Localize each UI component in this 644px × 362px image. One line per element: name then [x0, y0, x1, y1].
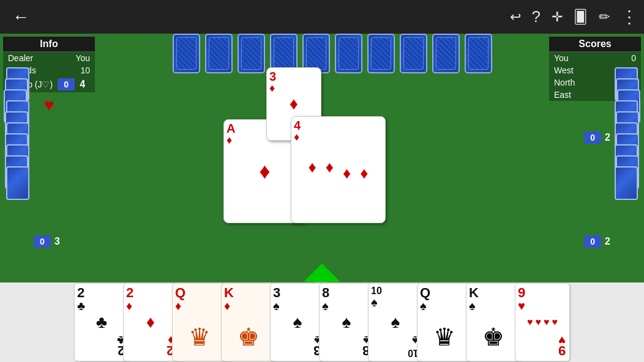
north-card-9: [432, 34, 460, 73]
notes-icon[interactable]: ✏: [599, 9, 610, 25]
hand-card-qd[interactable]: Q ♦ ♛: [172, 283, 227, 361]
cards-value: 10: [80, 65, 90, 75]
info-header: Info: [3, 37, 95, 52]
score-east-label: East: [554, 90, 571, 100]
trump-score-a: 0: [58, 78, 75, 90]
hand-card-8s-suit: ♠: [322, 300, 371, 312]
hand-card-ks-face: ♚: [469, 315, 518, 358]
north-card-10: [465, 34, 492, 73]
card-4d-suit: ♦: [294, 131, 383, 142]
hand-card-qd-suit: ♦: [175, 300, 224, 312]
score-you: You 0: [549, 52, 641, 64]
hand-card-2d-suit: ♦: [126, 300, 175, 312]
hand-card-3s-center: ♠: [293, 312, 302, 332]
west-hand: [3, 67, 34, 232]
trick-area: 3 ♦ ♦ A ♦ ♦ 4 ♦ ♦ ♦ ♦ ♦: [178, 67, 422, 257]
hand-card-3s-value: 3: [273, 286, 322, 300]
east-trick-box: 0: [584, 235, 601, 248]
hand-card-qd-face: ♛: [175, 315, 224, 358]
score-west-label: West: [554, 65, 574, 75]
north-trick-counter: 0 2: [584, 131, 610, 144]
hand-card-2d[interactable]: 2 ♦ ♦ 2 ♦: [123, 283, 178, 361]
hand-card-9h[interactable]: 9 ♥ ♥ ♥ ♥ ♥ 9 ♥: [515, 283, 570, 361]
hand-card-9h-suit: ♥: [518, 300, 567, 312]
hand-card-10s-center: ♠: [391, 312, 400, 332]
hand-card-9h-value: 9: [518, 286, 567, 300]
hand-card-ks[interactable]: K ♠ ♚: [466, 283, 521, 361]
east-trick-counter: 0 2: [584, 235, 610, 248]
hand-card-10s-suit: ♠: [371, 296, 420, 308]
hand-card-kd-value: K: [224, 286, 273, 300]
card-3d-suit: ♦: [269, 83, 318, 94]
hand-card-2d-value: 2: [126, 286, 175, 300]
hand-card-qs-face: ♛: [420, 315, 469, 358]
east-card-10: [615, 166, 638, 200]
score-north-label: North: [554, 78, 575, 87]
player-hand: 2 ♣ ♣ 2 ♣ 2 ♦ ♦ 2 ♦ Q ♦ ♛ K ♦ ♚ 3 ♠ ♠ 3 …: [0, 283, 644, 362]
undo-icon[interactable]: ↩: [510, 9, 521, 25]
hand-card-kd-face: ♚: [224, 315, 273, 358]
hand-card-2d-center: ♦: [146, 312, 155, 332]
trick-card-4d: 4 ♦ ♦ ♦ ♦ ♦: [291, 116, 386, 223]
hand-card-ks-suit: ♠: [469, 300, 518, 312]
hand-card-qs[interactable]: Q ♠ ♛: [417, 283, 472, 361]
west-trick-box: 0: [34, 235, 51, 248]
hand-card-kd[interactable]: K ♦ ♚: [221, 283, 276, 361]
hand-card-8s-value: 8: [322, 286, 371, 300]
north-trick-box: 0: [584, 131, 601, 144]
hand-card-10s-value: 10: [371, 286, 420, 296]
cards-icon[interactable]: 🂠: [574, 9, 588, 25]
east-trick-num: 2: [605, 236, 610, 247]
west-card-10: [6, 166, 29, 200]
hand-card-2c[interactable]: 2 ♣ ♣ 2 ♣: [74, 283, 129, 361]
west-trick-num: 3: [54, 236, 60, 247]
west-trick-counter: 0 3: [34, 235, 60, 248]
hand-card-qs-suit: ♠: [420, 300, 469, 312]
more-icon[interactable]: ⋮: [621, 7, 638, 27]
hand-card-3s-suit: ♠: [273, 300, 322, 312]
toolbar: ← ↩ ? ✛ 🂠 ✏ ⋮: [0, 0, 644, 34]
help-icon[interactable]: ?: [532, 7, 541, 26]
hand-card-8s-center: ♠: [342, 312, 351, 332]
north-trick-num: 2: [605, 132, 610, 143]
east-hand: [610, 67, 641, 232]
hand-card-qs-value: Q: [420, 286, 469, 300]
hand-card-8s[interactable]: 8 ♠ ♠ 8 ♠: [319, 283, 374, 361]
card-3d-value: 3: [269, 70, 318, 83]
move-icon[interactable]: ✛: [552, 9, 563, 25]
dealer-row: Dealer You: [3, 52, 95, 64]
trump-score-b: 4: [80, 79, 85, 90]
game-area: Info Dealer You # cards 10 Trump (J♡) 0 …: [0, 34, 644, 312]
hand-card-9h-bottom-suit: ♥: [558, 333, 566, 347]
card-4d-value: 4: [294, 119, 383, 131]
dealer-label: Dealer: [8, 53, 33, 63]
hand-card-2c-value: 2: [77, 286, 126, 300]
hand-card-qd-value: Q: [175, 286, 224, 300]
hand-card-kd-suit: ♦: [224, 300, 273, 312]
hand-card-2c-suit: ♣: [77, 300, 126, 312]
dealer-value: You: [75, 53, 90, 63]
hand-card-ks-value: K: [469, 286, 518, 300]
toolbar-icons: ↩ ? ✛ 🂠 ✏ ⋮: [510, 7, 638, 27]
hand-card-3s[interactable]: 3 ♠ ♠ 3 ♠: [270, 283, 325, 361]
score-header: Scores: [549, 37, 641, 52]
score-you-value: 0: [631, 53, 636, 63]
hand-card-10s[interactable]: 10 ♠ ♠ 10 ♠: [368, 283, 423, 361]
hand-card-2c-center: ♣: [96, 312, 107, 332]
score-you-label: You: [554, 53, 569, 63]
back-button[interactable]: ←: [6, 4, 36, 30]
